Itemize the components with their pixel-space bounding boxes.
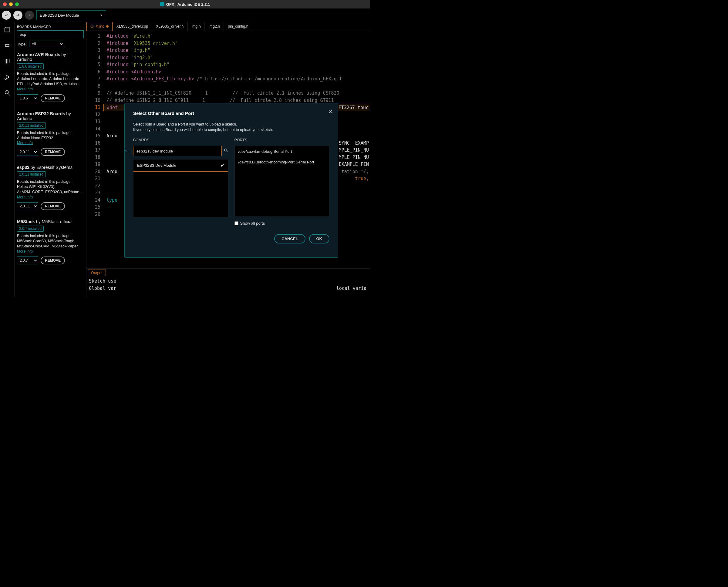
- window-title: GFX | Arduino IDE 2.2.1: [166, 2, 210, 7]
- board-desc: Boards included in this package: Heltec …: [17, 179, 84, 195]
- board-name: esp32: [17, 165, 29, 170]
- tab-gfx[interactable]: GFX.ino: [87, 22, 113, 31]
- arduino-app-icon: [160, 2, 164, 6]
- output-line: Global varlocal varia: [89, 285, 368, 292]
- board-desc: Boards included in this package: Arduino…: [17, 71, 84, 87]
- unsaved-icon: [106, 25, 109, 28]
- boards-list: ESP32S3 Dev Module ✔: [133, 159, 228, 217]
- board-by: by: [66, 111, 71, 116]
- board-item-label: ESP32S3 Dev Module: [137, 163, 176, 168]
- editor-tabs: GFX.ino XL9535_driver.cpp XL9535_driver.…: [87, 22, 370, 31]
- tab[interactable]: XL9535_driver.cpp: [113, 22, 152, 31]
- board-card: M5Stack by M5Stack official 2.0.7 instal…: [17, 219, 84, 264]
- remove-button[interactable]: REMOVE: [41, 148, 65, 156]
- search-icon[interactable]: [4, 89, 11, 96]
- tab-label: XL9535_driver.h: [156, 24, 183, 28]
- version-select[interactable]: 2.0.7: [17, 257, 38, 264]
- code-gutter: 1234567891011121314151617181920212223242…: [87, 31, 104, 268]
- board-by: by: [36, 219, 40, 224]
- close-icon[interactable]: ✕: [328, 108, 333, 115]
- clear-icon[interactable]: ×: [124, 148, 127, 154]
- upload-button[interactable]: [13, 10, 22, 20]
- zoom-traffic-light[interactable]: [15, 2, 19, 6]
- tab-label: img2.h: [209, 24, 220, 28]
- verify-button[interactable]: [2, 10, 11, 20]
- board-author: M5Stack official: [42, 219, 72, 224]
- installed-tag: 2.0.7 installed: [17, 226, 44, 232]
- library-manager-icon[interactable]: [4, 57, 11, 65]
- ports-column: PORTS /dev/cu.wlan-debug Serial Port /de…: [234, 138, 330, 226]
- svg-point-3: [224, 149, 227, 151]
- boards-heading: BOARDS: [133, 138, 228, 142]
- more-info-link[interactable]: More info: [17, 249, 33, 254]
- titlebar: GFX | Arduino IDE 2.2.1: [0, 0, 370, 8]
- board-desc: Boards included in this package: M5Stack…: [17, 233, 84, 249]
- show-all-ports-label: Show all ports: [240, 221, 265, 226]
- output-line: Sketch use: [89, 277, 368, 285]
- boards-search-input[interactable]: [17, 30, 84, 38]
- check-icon: ✔: [221, 163, 225, 168]
- tab[interactable]: pin_config.h: [224, 22, 252, 31]
- boards-column: BOARDS × ESP32S3 Dev Module ✔: [133, 138, 228, 226]
- select-board-port-modal: ✕ Select Other Board and Port Select bot…: [124, 103, 338, 258]
- show-all-ports-input[interactable]: [234, 221, 238, 225]
- show-all-ports-checkbox[interactable]: Show all ports: [234, 221, 330, 226]
- board-selector[interactable]: ESP32S3 Dev Module ▼: [37, 10, 106, 20]
- svg-rect-0: [5, 44, 9, 46]
- board-author: Arduino: [17, 57, 84, 62]
- board-card: Arduino AVR Boards by Arduino 1.8.6 inst…: [17, 52, 84, 102]
- board-by: by: [31, 165, 35, 170]
- tab-label: img.h: [191, 24, 201, 28]
- board-name: M5Stack: [17, 219, 35, 224]
- close-traffic-light[interactable]: [3, 2, 7, 6]
- output-tab[interactable]: Output: [88, 269, 106, 276]
- board-search-input[interactable]: [133, 146, 222, 156]
- board-card: esp32 by Espressif Systems 2.0.11 instal…: [17, 165, 84, 210]
- sketchbook-icon[interactable]: [4, 26, 11, 33]
- modal-title: Select Other Board and Port: [133, 111, 329, 116]
- version-select[interactable]: 2.0.11: [17, 202, 38, 210]
- more-info-link[interactable]: More info: [17, 141, 33, 145]
- tab[interactable]: img.h: [187, 22, 205, 31]
- tab[interactable]: img2.h: [205, 22, 224, 31]
- port-list-item[interactable]: /dev/cu.Bluetooth-Incoming-Port Serial P…: [235, 157, 329, 167]
- type-label: Type:: [17, 42, 27, 46]
- board-author: Arduino: [17, 116, 84, 121]
- search-icon[interactable]: [224, 148, 228, 154]
- tab-label: pin_config.h: [228, 24, 248, 28]
- chevron-down-icon: ▼: [100, 14, 103, 17]
- installed-tag: 2.0.11 installed: [17, 122, 46, 128]
- activity-bar: [0, 22, 15, 297]
- board-card: Arduino ESP32 Boards by Arduino 2.0.11 i…: [17, 111, 84, 156]
- more-info-link[interactable]: More info: [17, 195, 33, 199]
- tab[interactable]: XL9535_driver.h: [152, 22, 187, 31]
- installed-tag: 2.0.11 installed: [17, 171, 46, 178]
- tab-label: XL9535_driver.cpp: [116, 24, 148, 28]
- cancel-button[interactable]: CANCEL: [274, 234, 305, 243]
- remove-button[interactable]: REMOVE: [41, 257, 65, 264]
- boards-manager-icon[interactable]: [4, 42, 11, 49]
- board-desc: Boards included in this package: Arduino…: [17, 131, 84, 141]
- ports-list: /dev/cu.wlan-debug Serial Port /dev/cu.B…: [234, 146, 330, 217]
- minimize-traffic-light[interactable]: [9, 2, 13, 6]
- ports-heading: PORTS: [234, 138, 330, 142]
- debug-button[interactable]: [25, 10, 34, 20]
- version-select[interactable]: 2.0.11: [17, 148, 38, 156]
- board-by: by: [61, 52, 66, 57]
- board-selector-label: ESP32S3 Dev Module: [40, 13, 79, 18]
- boards-manager-panel: BOARDS MANAGER Type: All Arduino AVR Boa…: [15, 22, 87, 297]
- board-list-item[interactable]: ESP32S3 Dev Module ✔: [134, 160, 228, 172]
- panel-title: BOARDS MANAGER: [17, 25, 84, 28]
- tab-label: GFX.ino: [90, 24, 104, 28]
- version-select[interactable]: 1.8.6: [17, 94, 38, 102]
- port-list-item[interactable]: /dev/cu.wlan-debug Serial Port: [235, 146, 329, 157]
- board-author: Espressif Systems: [37, 165, 72, 170]
- debug-icon[interactable]: [4, 73, 11, 81]
- type-select[interactable]: All: [29, 41, 64, 47]
- board-name: Arduino AVR Boards: [17, 52, 60, 57]
- more-info-link[interactable]: More info: [17, 87, 33, 91]
- remove-button[interactable]: REMOVE: [41, 202, 65, 210]
- installed-tag: 1.8.6 installed: [17, 63, 44, 69]
- ok-button[interactable]: OK: [309, 234, 330, 243]
- remove-button[interactable]: REMOVE: [41, 94, 65, 102]
